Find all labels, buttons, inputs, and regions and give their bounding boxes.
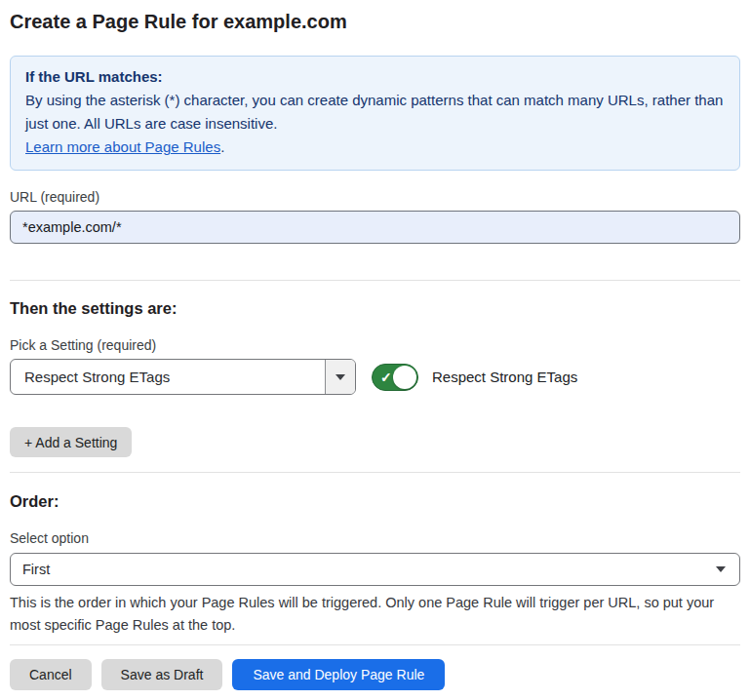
page-title: Create a Page Rule for example.com bbox=[10, 0, 740, 35]
setting-row: Respect Strong ETags ✓ Respect Strong ET… bbox=[10, 359, 740, 395]
footer-divider bbox=[10, 644, 740, 645]
learn-more-page-rules-link[interactable]: Learn more about Page Rules bbox=[25, 138, 220, 155]
info-box-link-line: Learn more about Page Rules. bbox=[25, 136, 725, 159]
url-field-label: URL (required) bbox=[10, 189, 740, 206]
etags-toggle[interactable]: ✓ bbox=[372, 364, 418, 391]
cancel-button[interactable]: Cancel bbox=[10, 659, 92, 690]
info-box-heading: If the URL matches: bbox=[25, 65, 725, 89]
add-setting-button[interactable]: + Add a Setting bbox=[10, 427, 132, 457]
page-rule-form: Create a Page Rule for example.com If th… bbox=[0, 0, 750, 690]
toggle-label: Respect Strong ETags bbox=[432, 369, 577, 385]
section-divider bbox=[10, 280, 740, 281]
order-select-value: First bbox=[11, 562, 716, 577]
pick-setting-label: Pick a Setting (required) bbox=[10, 337, 740, 354]
toggle-check-icon: ✓ bbox=[380, 369, 392, 383]
settings-section-heading: Then the settings are: bbox=[10, 298, 740, 319]
link-suffix: . bbox=[220, 138, 224, 155]
section-divider bbox=[10, 472, 740, 473]
info-box-body: By using the asterisk (*) character, you… bbox=[25, 89, 725, 136]
setting-select-arrow-cell bbox=[325, 360, 355, 394]
url-input[interactable] bbox=[10, 211, 740, 244]
setting-select-value: Respect Strong ETags bbox=[11, 369, 325, 385]
url-match-info-box: If the URL matches: By using the asteris… bbox=[10, 56, 740, 171]
action-buttons-row: Cancel Save as Draft Save and Deploy Pag… bbox=[10, 659, 740, 690]
chevron-down-icon bbox=[336, 374, 345, 380]
order-select-label: Select option bbox=[10, 530, 740, 547]
order-help-text: This is the order in which your Page Rul… bbox=[10, 592, 740, 637]
setting-select[interactable]: Respect Strong ETags bbox=[10, 359, 356, 395]
save-deploy-button[interactable]: Save and Deploy Page Rule bbox=[232, 659, 445, 690]
order-select[interactable]: First bbox=[10, 553, 740, 586]
save-draft-button[interactable]: Save as Draft bbox=[101, 659, 223, 690]
order-section-heading: Order: bbox=[10, 491, 740, 512]
toggle-knob bbox=[393, 366, 416, 389]
chevron-down-icon bbox=[716, 566, 726, 572]
